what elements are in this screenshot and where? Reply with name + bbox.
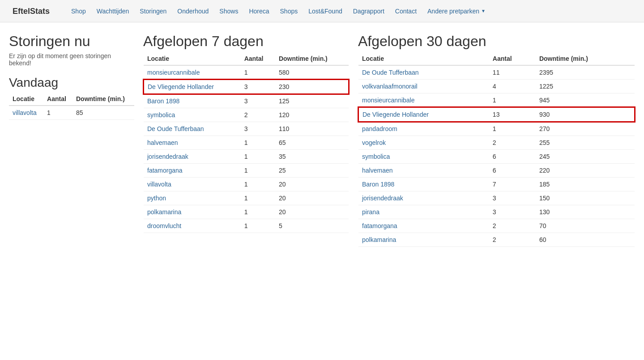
aantal-cell: 2 [489,219,536,233]
table-row: De Oude Tufferbaan 11 2395 [358,65,635,80]
table-row: monsieurcannibale 1 945 [358,93,635,108]
afgelopen-7-col-downtime: Downtime (min.) [275,52,349,65]
locatie-cell[interactable]: jorisendedraak [144,150,241,164]
table-row: Baron 1898 7 185 [358,178,635,191]
vandaag-table-header-row: Locatie Aantal Downtime (min.) [9,93,134,106]
aantal-cell: 1 [241,205,275,219]
table-row: De Oude Tufferbaan 3 110 [144,122,349,136]
locatie-cell[interactable]: fatamorgana [358,219,489,233]
afgelopen-7-col-aantal: Aantal [241,52,275,65]
aantal-cell: 7 [489,178,536,191]
table-row: villavolta 1 20 [144,178,349,191]
nav-shows[interactable]: Shows [214,0,243,22]
aantal-cell: 6 [489,150,536,164]
afgelopen-7-col-locatie: Locatie [144,52,241,65]
afgelopen-30-section: Afgelopen 30 dagen Locatie Aantal Downti… [358,33,635,247]
downtime-cell: 20 [275,178,349,191]
nav-shop[interactable]: Shop [66,0,91,22]
downtime-cell: 1225 [536,80,635,93]
aantal-cell: 1 [241,219,275,233]
nav-onderhoud[interactable]: Onderhoud [172,0,214,22]
table-row: halvemaen 6 220 [358,164,635,178]
aantal-cell: 1 [241,136,275,150]
table-row: vogelrok 2 255 [358,136,635,150]
vandaag-col-aantal: Aantal [43,93,73,106]
afgelopen-30-col-locatie: Locatie [358,52,489,65]
storingen-nu-title: Storingen nu [9,33,134,50]
nav-wachttijden[interactable]: Wachttijden [91,0,135,22]
table-row: halvemaen 1 65 [144,136,349,150]
table-row: De Vliegende Hollander 13 930 [358,107,635,122]
nav-storingen[interactable]: Storingen [134,0,172,22]
locatie-cell[interactable]: symbolica [144,108,241,122]
aantal-cell: 1 [241,178,275,191]
nav-andere-pretparken-dropdown[interactable]: Andere pretparken ▼ [422,8,491,15]
brand-logo[interactable]: EftelStats [7,0,55,22]
afgelopen-7-title: Afgelopen 7 dagen [143,33,349,50]
dropdown-arrow-icon: ▼ [481,8,486,13]
downtime-cell: 230 [275,80,349,94]
aantal-cell: 3 [241,80,275,94]
table-row: polkamarina 1 20 [144,205,349,219]
downtime-cell: 110 [275,122,349,136]
andere-pretparken-label: Andere pretparken [427,8,479,15]
table-row: fatamorgana 2 70 [358,219,635,233]
aantal-cell: 6 [489,164,536,178]
locatie-cell[interactable]: monsieurcannibale [358,93,489,108]
locatie-cell[interactable]: droomvlucht [144,219,241,233]
table-row: symbolica 2 120 [144,108,349,122]
downtime-cell: 220 [536,164,635,178]
table-row: pirana 3 130 [358,205,635,219]
vandaag-col-locatie: Locatie [9,93,43,106]
afgelopen-30-col-aantal: Aantal [489,52,536,65]
locatie-cell[interactable]: De Oude Tufferbaan [358,65,489,80]
locatie-cell[interactable]: halvemaen [144,136,241,150]
downtime-cell: 65 [275,136,349,150]
table-row: villavolta 1 85 [9,106,134,120]
locatie-cell[interactable]: volkvanlaafmonorail [358,80,489,93]
locatie-cell[interactable]: pandadroom [358,122,489,136]
locatie-cell[interactable]: pirana [358,205,489,219]
locatie-cell[interactable]: monsieurcannibale [144,65,241,80]
nav-shops[interactable]: Shops [275,0,303,22]
nav-horeca[interactable]: Horeca [243,0,274,22]
locatie-cell[interactable]: fatamorgana [144,164,241,178]
table-row: Baron 1898 3 125 [144,94,349,108]
aantal-cell: 3 [489,191,536,205]
aantal-cell: 1 [241,191,275,205]
afgelopen-30-title: Afgelopen 30 dagen [358,33,635,50]
locatie-cell[interactable]: halvemaen [358,164,489,178]
table-row: polkamarina 2 60 [358,233,635,247]
locatie-cell[interactable]: polkamarina [144,205,241,219]
locatie-cell[interactable]: De Oude Tufferbaan [144,122,241,136]
aantal-cell: 4 [489,80,536,93]
nav-dagrapport[interactable]: Dagrapport [348,0,390,22]
nav-contact[interactable]: Contact [390,0,422,22]
locatie-cell[interactable]: Baron 1898 [358,178,489,191]
afgelopen-30-table: Locatie Aantal Downtime (min.) De Oude T… [358,52,635,247]
locatie-cell[interactable]: villavolta [144,178,241,191]
nav-lostandfound[interactable]: Lost&Found [303,0,348,22]
table-row: monsieurcannibale 1 580 [144,65,349,80]
storingen-nu-section: Storingen nu Er zijn op dit moment geen … [9,33,143,247]
locatie-cell[interactable]: De Vliegende Hollander [358,107,489,122]
aantal-cell: 1 [241,164,275,178]
downtime-cell: 2395 [536,65,635,80]
locatie-cell[interactable]: symbolica [358,150,489,164]
downtime-cell: 245 [536,150,635,164]
locatie-cell[interactable]: villavolta [9,106,43,120]
locatie-cell[interactable]: Baron 1898 [144,94,241,108]
downtime-cell: 150 [536,191,635,205]
locatie-cell[interactable]: De Vliegende Hollander [144,80,241,94]
downtime-cell: 70 [536,219,635,233]
afgelopen-7-section: Afgelopen 7 dagen Locatie Aantal Downtim… [143,33,358,247]
locatie-cell[interactable]: polkamarina [358,233,489,247]
locatie-cell[interactable]: vogelrok [358,136,489,150]
downtime-cell: 85 [73,106,134,120]
locatie-cell[interactable]: python [144,191,241,205]
downtime-cell: 25 [275,164,349,178]
downtime-cell: 255 [536,136,635,150]
downtime-cell: 120 [275,108,349,122]
table-row: fatamorgana 1 25 [144,164,349,178]
locatie-cell[interactable]: jorisendedraak [358,191,489,205]
